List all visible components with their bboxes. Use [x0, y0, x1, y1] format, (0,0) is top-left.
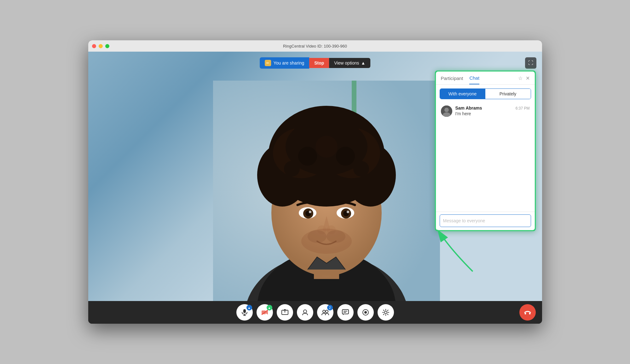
message-input[interactable] — [440, 214, 531, 227]
expand-icon: ⛶ — [528, 60, 533, 66]
tab-chat[interactable]: Chat — [469, 75, 479, 84]
avatar — [441, 105, 452, 117]
svg-point-16 — [353, 161, 369, 177]
tab-participant[interactable]: Participant — [441, 76, 463, 84]
bottom-toolbar: ▲ ▲ — [88, 301, 542, 324]
chat-panel: Participant Chat ☆ ✕ With everyone Priva… — [435, 71, 536, 231]
record-button[interactable] — [357, 304, 374, 321]
chat-toggle: With everyone Privately — [440, 88, 531, 99]
person-video — [213, 81, 440, 301]
expand-button[interactable]: ⛶ — [525, 57, 536, 69]
svg-point-13 — [315, 136, 338, 158]
svg-point-24 — [347, 211, 349, 213]
svg-point-49 — [524, 313, 526, 315]
svg-rect-43 — [342, 310, 349, 314]
sharing-banner: ✏ You are sharing Stop View options ▲ — [260, 57, 371, 69]
main-content: ✏ You are sharing Stop View options ▲ ⛶ … — [88, 52, 542, 301]
messages-area: Sam Abrams 6:37 PM I'm here — [436, 102, 535, 212]
view-options-button[interactable]: View options ▲ — [329, 58, 370, 68]
participants-count-badge: 2 — [327, 305, 333, 310]
svg-point-23 — [309, 211, 311, 213]
share-screen-button[interactable] — [277, 304, 293, 321]
mic-badge: ▲ — [246, 305, 252, 310]
message-item: Sam Abrams 6:37 PM I'm here — [441, 105, 530, 117]
message-sender: Sam Abrams — [455, 105, 482, 111]
chat-header-actions: ☆ ✕ — [518, 75, 530, 84]
close-icon[interactable]: ✕ — [526, 75, 530, 81]
window-title: RingCentral Video ID: 100-390-960 — [283, 44, 347, 48]
chat-header: Participant Chat ☆ ✕ — [436, 71, 535, 85]
video-button[interactable]: ▲ — [257, 304, 273, 321]
message-text: I'm here — [455, 111, 530, 116]
svg-point-48 — [384, 311, 387, 314]
chevron-down-icon: ▲ — [361, 60, 365, 65]
svg-rect-34 — [243, 309, 246, 313]
participants-button[interactable] — [297, 304, 313, 321]
svg-point-15 — [284, 161, 300, 177]
svg-point-40 — [303, 310, 307, 313]
pin-icon[interactable]: ☆ — [518, 75, 523, 81]
stop-button[interactable]: Stop — [309, 58, 329, 68]
chat-button[interactable] — [337, 304, 354, 321]
end-call-button[interactable] — [519, 304, 536, 321]
message-time: 6:37 PM — [516, 106, 530, 111]
edit-icon: ✏ — [265, 60, 271, 66]
sharing-label: ✏ You are sharing — [260, 57, 309, 69]
toggle-everyone-button[interactable]: With everyone — [440, 89, 485, 99]
traffic-lights — [92, 44, 109, 48]
svg-point-41 — [323, 310, 325, 313]
svg-point-42 — [326, 310, 328, 313]
fullscreen-button[interactable] — [105, 44, 109, 48]
svg-point-27 — [301, 229, 352, 254]
settings-button[interactable] — [378, 304, 394, 321]
svg-point-29 — [327, 230, 345, 243]
message-meta: Sam Abrams 6:37 PM — [455, 105, 530, 111]
svg-point-31 — [444, 108, 449, 112]
svg-point-50 — [529, 313, 530, 315]
svg-point-14 — [336, 147, 355, 166]
app-window: RingCentral Video ID: 100-390-960 — [88, 40, 542, 324]
message-content: Sam Abrams 6:37 PM I'm here — [455, 105, 530, 117]
svg-point-47 — [364, 311, 367, 314]
title-bar: RingCentral Video ID: 100-390-960 — [88, 40, 542, 52]
close-button[interactable] — [92, 44, 96, 48]
toggle-private-button[interactable]: Privately — [485, 89, 531, 99]
minimize-button[interactable] — [99, 44, 103, 48]
svg-point-12 — [298, 147, 317, 166]
microphone-button[interactable]: ▲ — [236, 304, 253, 321]
chat-input-container — [436, 212, 535, 230]
svg-point-28 — [308, 230, 327, 243]
add-participants-button[interactable]: 2 — [317, 304, 333, 321]
video-badge: ▲ — [267, 305, 272, 310]
